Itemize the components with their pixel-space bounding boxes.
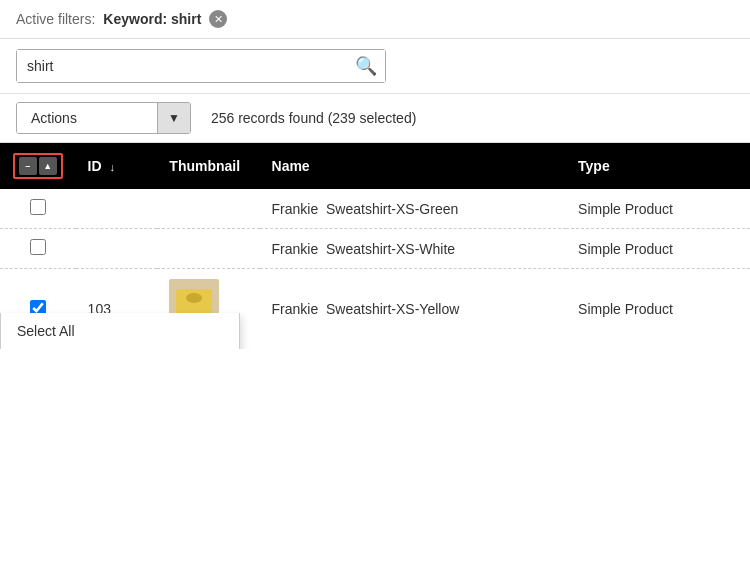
col-header-thumbnail: Thumbnail [157,143,259,189]
table-header-row: – ▲ ID ↓ Thumbnail Name Type [0,143,750,189]
col-header-name: Name [260,143,567,189]
table-wrap: Select All Deselect All Select All on Th… [0,143,750,349]
header-check-controls[interactable]: – ▲ [13,153,63,179]
active-filters-label: Active filters: [16,11,95,27]
row-name-cell: Frankie Sweatshirt-XS-White [260,229,567,269]
row-check-cell [0,189,76,229]
actions-toolbar: Actions ▼ 256 records found (239 selecte… [0,94,750,143]
col-header-type: Type [566,143,750,189]
actions-dropdown[interactable]: Actions ▼ [16,102,191,134]
filter-remove-button[interactable]: ✕ [209,10,227,28]
row-name-cell: Frankie Sweatshirt-XS-Green [260,189,567,229]
deselect-btn[interactable]: – [19,157,37,175]
row-type-cell: Simple Product [566,229,750,269]
row-checkbox[interactable] [30,239,46,255]
row-id-cell [76,229,158,269]
row-type-cell: Simple Product [566,269,750,350]
col-header-id[interactable]: ID ↓ [76,143,158,189]
row-thumb-cell [157,229,259,269]
row-name-cell: Frankie Sweatshirt-XS-Yellow [260,269,567,350]
col-header-check: – ▲ [0,143,76,189]
table-row: Frankie Sweatshirt-XS-Green Simple Produ… [0,189,750,229]
dropdown-menu: Select All Deselect All Select All on Th… [0,313,240,349]
actions-arrow-button[interactable]: ▼ [157,103,190,133]
records-info: 256 records found (239 selected) [211,110,416,126]
table-row: Frankie Sweatshirt-XS-White Simple Produ… [0,229,750,269]
active-filters-bar: Active filters: Keyword: shirt ✕ [0,0,750,39]
row-checkbox[interactable] [30,199,46,215]
row-id-cell [76,189,158,229]
filter-tag: Keyword: shirt [103,11,201,27]
row-check-cell [0,229,76,269]
row-type-cell: Simple Product [566,189,750,229]
search-icon: 🔍 [355,55,377,77]
select-btn[interactable]: ▲ [39,157,57,175]
actions-label: Actions [17,103,157,133]
row-thumb-cell [157,189,259,229]
dropdown-item-select-all[interactable]: Select All [1,313,239,349]
id-sort-arrow: ↓ [110,161,116,173]
search-input[interactable] [17,50,385,82]
search-bar: 🔍 [0,39,750,94]
search-input-wrap: 🔍 [16,49,386,83]
